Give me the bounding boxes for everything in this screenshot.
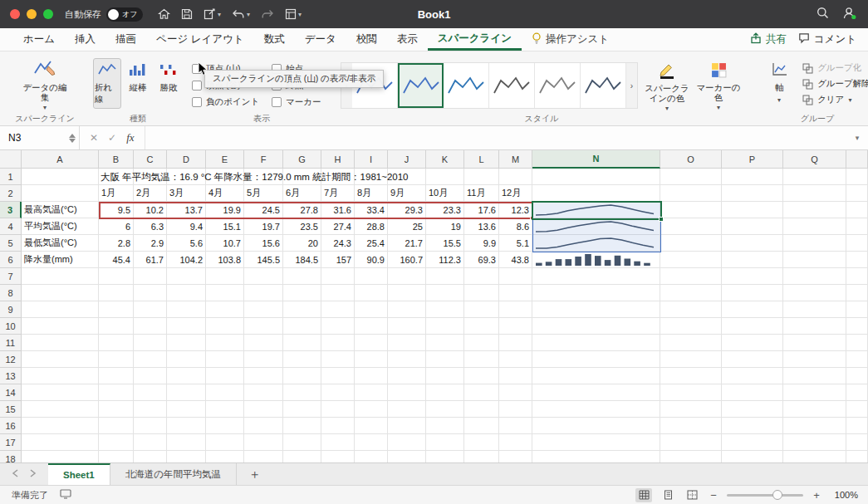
cell-K3[interactable]: 23.3	[426, 202, 464, 218]
cell-F13[interactable]	[244, 368, 283, 384]
cell-P16[interactable]	[722, 418, 783, 434]
cell-X4[interactable]	[846, 218, 868, 235]
checkbox-負のポイント[interactable]: 負のポイント	[192, 95, 268, 110]
zoom-window-button[interactable]	[43, 9, 53, 19]
marker-color-button[interactable]: マーカーの色 ▾	[694, 59, 743, 112]
cell-O17[interactable]	[660, 434, 722, 451]
cell-Q6[interactable]	[783, 252, 846, 268]
column-header-O[interactable]: O	[660, 150, 722, 169]
style-option-5[interactable]	[535, 63, 581, 108]
cell-M14[interactable]	[499, 384, 532, 401]
cell-F9[interactable]	[244, 301, 283, 318]
cell-O14[interactable]	[660, 384, 722, 401]
cell-I8[interactable]	[355, 285, 388, 301]
cell-K8[interactable]	[426, 285, 464, 301]
cell-J4[interactable]: 25	[388, 218, 426, 235]
cell-C6[interactable]: 61.7	[134, 252, 167, 268]
cell-D15[interactable]	[167, 401, 206, 418]
checkbox-box[interactable]	[272, 97, 282, 107]
cell-C12[interactable]	[134, 351, 167, 368]
cell-D2[interactable]: 3月	[167, 185, 206, 202]
cell-H16[interactable]	[321, 418, 355, 434]
cell-Q13[interactable]	[783, 368, 846, 384]
cell-G6[interactable]: 184.5	[283, 252, 321, 268]
cell-X12[interactable]	[846, 351, 868, 368]
cell-G12[interactable]	[283, 351, 321, 368]
cell-K2[interactable]: 10月	[426, 185, 464, 202]
column-header-A[interactable]: A	[22, 150, 99, 169]
cell-A14[interactable]	[22, 384, 99, 401]
gallery-scroll-right-button[interactable]: ›	[626, 63, 637, 108]
cell-E14[interactable]	[206, 384, 244, 401]
cell-M2[interactable]: 12月	[499, 185, 532, 202]
cell-B15[interactable]	[99, 401, 134, 418]
cell-J5[interactable]: 21.7	[388, 235, 426, 252]
cell-X15[interactable]	[846, 401, 868, 418]
cell-B11[interactable]	[99, 335, 134, 351]
cell-Q2[interactable]	[783, 185, 846, 202]
cell-F4[interactable]: 19.7	[244, 218, 283, 235]
cell-X18[interactable]	[846, 451, 868, 462]
cell-E9[interactable]	[206, 301, 244, 318]
cell-H5[interactable]: 24.3	[321, 235, 355, 252]
style-option-3[interactable]	[444, 63, 489, 108]
cell-B6[interactable]: 45.4	[99, 252, 134, 268]
cell-L14[interactable]	[464, 384, 499, 401]
cell-E13[interactable]	[206, 368, 244, 384]
cell-K4[interactable]: 19	[426, 218, 464, 235]
cell-C8[interactable]	[134, 285, 167, 301]
cell-P14[interactable]	[722, 384, 783, 401]
cell-J18[interactable]	[388, 451, 426, 462]
cell-L10[interactable]	[464, 318, 499, 335]
row-header-10[interactable]: 10	[0, 318, 22, 335]
cell-N17[interactable]	[532, 434, 660, 451]
home-icon[interactable]	[158, 8, 170, 20]
cell-C3[interactable]: 10.2	[134, 202, 167, 218]
column-header-P[interactable]: P	[722, 150, 783, 169]
cell-H11[interactable]	[321, 335, 355, 351]
cell-M4[interactable]: 8.6	[499, 218, 532, 235]
cell-K6[interactable]: 112.3	[426, 252, 464, 268]
cell-X9[interactable]	[846, 301, 868, 318]
cell-G5[interactable]: 20	[283, 235, 321, 252]
cell-P5[interactable]	[722, 235, 783, 252]
cell-X14[interactable]	[846, 384, 868, 401]
column-header-B[interactable]: B	[99, 150, 134, 169]
cell-B3[interactable]: 9.5	[99, 202, 134, 218]
cell-A6[interactable]: 降水量(mm)	[22, 252, 99, 268]
cell-L5[interactable]: 9.9	[464, 235, 499, 252]
cell-Q16[interactable]	[783, 418, 846, 434]
cell-E2[interactable]: 4月	[206, 185, 244, 202]
cell-J16[interactable]	[388, 418, 426, 434]
cell-K17[interactable]	[426, 434, 464, 451]
cell-A10[interactable]	[22, 318, 99, 335]
cell-I17[interactable]	[355, 434, 388, 451]
cell-G15[interactable]	[283, 401, 321, 418]
undo-icon[interactable]: ▾	[232, 8, 250, 20]
cell-L13[interactable]	[464, 368, 499, 384]
sparkline-N4[interactable]	[532, 218, 660, 235]
cell-O1[interactable]	[660, 169, 722, 185]
row-header-7[interactable]: 7	[0, 268, 22, 285]
cell-B14[interactable]	[99, 384, 134, 401]
cell-J6[interactable]: 160.7	[388, 252, 426, 268]
formula-input[interactable]	[145, 126, 846, 149]
cell-B7[interactable]	[99, 268, 134, 285]
cell-G1[interactable]	[283, 169, 321, 185]
cell-G3[interactable]: 27.8	[283, 202, 321, 218]
cell-O13[interactable]	[660, 368, 722, 384]
cell-E11[interactable]	[206, 335, 244, 351]
row-header-18[interactable]: 18	[0, 451, 22, 462]
cell-L17[interactable]	[464, 434, 499, 451]
cell-K10[interactable]	[426, 318, 464, 335]
cancel-icon[interactable]: ✕	[90, 132, 98, 144]
column-header-H[interactable]: H	[321, 150, 355, 169]
cell-D7[interactable]	[167, 268, 206, 285]
cell-J14[interactable]	[388, 384, 426, 401]
cell-K9[interactable]	[426, 301, 464, 318]
cell-F1[interactable]	[244, 169, 283, 185]
cell-K15[interactable]	[426, 401, 464, 418]
cell-M13[interactable]	[499, 368, 532, 384]
cell-B13[interactable]	[99, 368, 134, 384]
normal-view-button[interactable]	[635, 488, 652, 502]
